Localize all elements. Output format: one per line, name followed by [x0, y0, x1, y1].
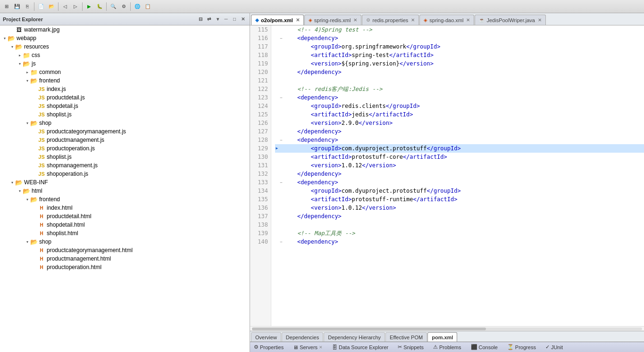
code-line-136[interactable]: <version>1.0.12</version>: [275, 204, 644, 212]
arrow-frontend[interactable]: [25, 78, 30, 83]
status-servers[interactable]: 🖥 Servers ✕: [291, 342, 325, 352]
code-line-139[interactable]: <!-- Map工具类 -->: [275, 229, 644, 237]
tree-item-resources[interactable]: 📂 resources: [0, 42, 250, 51]
code-line-140[interactable]: − <dependency>: [275, 237, 644, 246]
code-line-138[interactable]: [275, 221, 644, 229]
code-line-117[interactable]: <groupId>org.springframework</groupId>: [275, 42, 644, 51]
code-line-123[interactable]: − <dependency>: [275, 93, 644, 102]
tab-pom-xml[interactable]: ◈ o2o/pom.xml ✕: [251, 15, 304, 25]
arrow-html[interactable]: [17, 188, 23, 194]
arrow-css[interactable]: [17, 52, 23, 58]
arrow-js[interactable]: [17, 61, 23, 66]
tree-item-productdetail-js[interactable]: JS productdetail.js: [0, 93, 250, 102]
bottom-tab-dependencies[interactable]: Dependencies: [282, 332, 323, 342]
link-editor-btn[interactable]: ⇄: [205, 16, 213, 23]
code-line-133[interactable]: − <dependency>: [275, 178, 644, 187]
code-line-126[interactable]: <version>2.9.0</version>: [275, 119, 644, 127]
tree-item-html[interactable]: 📂 html: [0, 187, 250, 195]
code-line-129[interactable]: ▶ <groupId>com.dyuproject.protostuff</gr…: [275, 144, 644, 153]
tree-item-shopdetail-html[interactable]: H shopdetail.html: [0, 221, 250, 229]
tree-item-frontend2[interactable]: 📂 frontend: [0, 195, 250, 204]
servers-close-icon[interactable]: ✕: [319, 345, 323, 350]
toolbar-btn-copy[interactable]: ⎘: [23, 2, 32, 11]
tree-item-watermark[interactable]: 🖼 watermark.jpg: [0, 25, 250, 34]
code-line-115[interactable]: <!-- 4)Spring test -->: [275, 25, 644, 34]
toolbar-btn-debug[interactable]: 🐛: [95, 2, 104, 11]
tree-item-shopoperation-js[interactable]: JS shopoperation.js: [0, 170, 250, 178]
toolbar-btn-new[interactable]: 📄: [36, 2, 46, 11]
minimize-btn[interactable]: ─: [222, 16, 230, 23]
bottom-tab-overview[interactable]: Overview: [251, 332, 281, 342]
tree-item-index-html[interactable]: H index.html: [0, 204, 250, 212]
arrow-resources[interactable]: [9, 44, 15, 49]
tab-pom-xml-close[interactable]: ✕: [296, 17, 300, 23]
toolbar-btn-more2[interactable]: 📋: [143, 2, 152, 11]
tree-item-po-html[interactable]: H productoperation.html: [0, 263, 250, 271]
maximize-btn[interactable]: □: [231, 16, 238, 23]
status-junit[interactable]: ✓ JUnit: [544, 342, 565, 352]
tab-redis-properties-close[interactable]: ✕: [411, 17, 415, 23]
tree-item-shoplist-html[interactable]: H shoplist.html: [0, 229, 250, 237]
tree-item-productdetail-html[interactable]: H productdetail.html: [0, 212, 250, 221]
status-properties[interactable]: ⚙ Properties: [252, 342, 285, 352]
toolbar-btn-back[interactable]: ◁: [60, 2, 70, 11]
bottom-tab-hierarchy[interactable]: Dependency Hierarchy: [324, 332, 385, 342]
tree-item-productmanagement-js[interactable]: JS productmanagement.js: [0, 136, 250, 144]
code-line-120[interactable]: </dependency>: [275, 68, 644, 76]
code-line-128[interactable]: − <dependency>: [275, 136, 644, 144]
tree-item-productoperation-js[interactable]: JS productoperation.js: [0, 144, 250, 153]
arrow-common[interactable]: [25, 69, 30, 75]
code-line-125[interactable]: <artifactId>jedis</artifactId>: [275, 110, 644, 119]
status-datasource[interactable]: 🗄 Data Source Explorer: [330, 342, 390, 352]
tree-item-pcm-html[interactable]: H productcategorymanagement.html: [0, 246, 250, 254]
code-line-122[interactable]: <!-- redis客户端:Jedis -->: [275, 85, 644, 93]
tab-spring-dao-close[interactable]: ✕: [466, 17, 470, 23]
toolbar-btn-forward[interactable]: ▷: [71, 2, 80, 11]
tab-spring-dao[interactable]: ◈ spring-dao.xml ✕: [419, 15, 474, 25]
status-snippets[interactable]: ✂ Snippets: [396, 342, 426, 352]
toolbar-btn-open[interactable]: 📂: [47, 2, 56, 11]
bottom-tab-pomxml[interactable]: pom.xml: [427, 332, 457, 342]
code-line-130[interactable]: <artifactId>protostuff-core</artifactId>: [275, 153, 644, 161]
code-line-135[interactable]: <artifactId>protostuff-runtime</artifact…: [275, 195, 644, 204]
code-area[interactable]: <!-- 4)Spring test -->− <dependency> <gr…: [271, 25, 644, 326]
arrow-webinf[interactable]: [9, 180, 15, 185]
code-line-127[interactable]: </dependency>: [275, 127, 644, 136]
tree-item-css[interactable]: 📁 css: [0, 51, 250, 59]
arrow-shop-js[interactable]: [25, 120, 30, 126]
toolbar-btn-settings[interactable]: ⚙: [119, 2, 128, 11]
code-line-118[interactable]: <artifactId>spring-test</artifactId>: [275, 51, 644, 59]
code-line-119[interactable]: <version>${spring.version}</version>: [275, 59, 644, 68]
h-scrollbar[interactable]: [250, 326, 644, 331]
arrow-shop2[interactable]: [25, 239, 30, 245]
arrow-webapp[interactable]: [2, 35, 8, 41]
tree-item-shop-js[interactable]: 📂 shop: [0, 119, 250, 127]
tree-item-frontend[interactable]: 📂 frontend: [0, 76, 250, 85]
tree-item-pm-html[interactable]: H productmanagement.html: [0, 254, 250, 263]
close-panel-btn[interactable]: ✕: [239, 16, 247, 23]
tree-item-js[interactable]: 📂 js: [0, 59, 250, 68]
tree-item-shoplist2-js[interactable]: JS shoplist.js: [0, 153, 250, 161]
tree-item-webapp[interactable]: 📂 webapp: [0, 34, 250, 42]
tab-redis-properties[interactable]: ⚙ redis.properties ✕: [362, 15, 419, 25]
toolbar-btn-1[interactable]: ⊞: [2, 2, 11, 11]
status-problems[interactable]: ⚠ Problems: [431, 342, 463, 352]
code-line-137[interactable]: </dependency>: [275, 212, 644, 221]
tree-item-shoplist-js[interactable]: JS shoplist.js: [0, 110, 250, 119]
tree-item-shopmanagement-js[interactable]: JS shopmanagement.js: [0, 161, 250, 170]
code-line-134[interactable]: <groupId>com.dyuproject.protostuff</grou…: [275, 187, 644, 195]
tab-spring-redis[interactable]: ◈ spring-redis.xml ✕: [304, 15, 362, 25]
tree-item-common[interactable]: 📁 common: [0, 68, 250, 76]
code-line-131[interactable]: <version>1.0.12</version>: [275, 161, 644, 170]
status-console[interactable]: ⬛ Console: [469, 342, 500, 352]
tree-item-shop2[interactable]: 📂 shop: [0, 237, 250, 246]
code-line-121[interactable]: [275, 76, 644, 85]
tree-item-productcategorymanagement-js[interactable]: JS productcategorymanagement.js: [0, 127, 250, 136]
collapse-all-btn[interactable]: ⊟: [197, 16, 204, 23]
toolbar-btn-save[interactable]: 💾: [12, 2, 22, 11]
code-line-116[interactable]: − <dependency>: [275, 34, 644, 42]
tree-item-index-js[interactable]: JS index.js: [0, 85, 250, 93]
tab-jedis-pool[interactable]: ☕ JedisPoolWriper.java ✕: [475, 15, 546, 25]
toolbar-btn-search[interactable]: 🔍: [109, 2, 118, 11]
view-menu-btn[interactable]: ▾: [214, 16, 221, 23]
